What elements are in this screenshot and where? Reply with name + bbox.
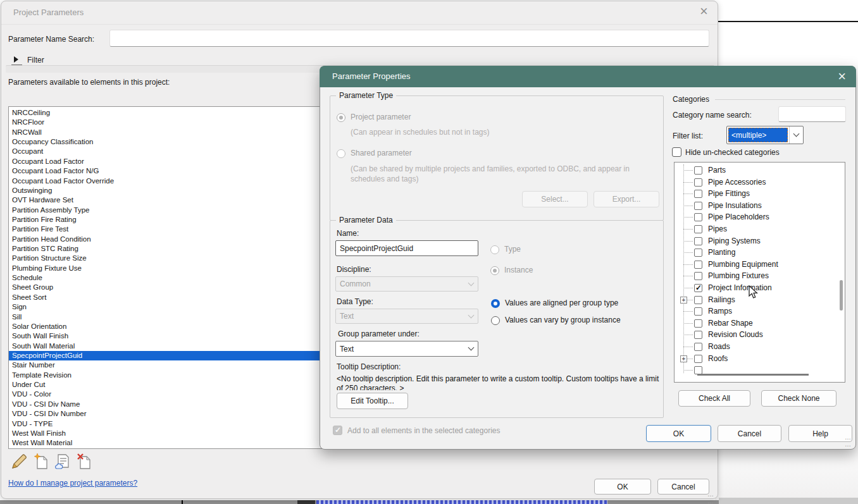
category-label: Roads: [708, 342, 730, 351]
category-checkbox[interactable]: [694, 355, 702, 363]
categories-label: Categories: [673, 95, 709, 104]
category-row[interactable]: Planting: [675, 247, 845, 259]
ok-button[interactable]: OK: [646, 425, 711, 442]
instance-radio[interactable]: [490, 266, 499, 275]
cancel-button[interactable]: Cancel: [657, 479, 709, 495]
category-tree[interactable]: PartsPipe AccessoriesPipe FittingsPipe I…: [674, 162, 845, 383]
category-row[interactable]: Roads: [675, 341, 845, 353]
edit-tooltip-button[interactable]: Edit Tooltip...: [337, 393, 408, 409]
resize-grip[interactable]: ……: [707, 491, 714, 504]
category-row[interactable]: Plumbing Fixtures: [675, 270, 845, 282]
filter-list-dropdown[interactable]: <multiple>: [726, 126, 804, 144]
category-row[interactable]: Revision Clouds: [675, 329, 845, 341]
category-label: Roofs: [708, 354, 728, 363]
project-parameter-radio[interactable]: [337, 113, 345, 122]
screen: Project Parameters × Parameter Name Sear…: [0, 0, 858, 504]
category-checkbox[interactable]: [694, 331, 702, 339]
category-checkbox[interactable]: [694, 343, 702, 351]
category-row[interactable]: Pipe Placeholders: [675, 211, 845, 223]
category-checkbox[interactable]: [694, 272, 702, 280]
tree-connector: [683, 229, 693, 230]
category-row[interactable]: Rebar Shape: [675, 317, 845, 329]
filter-label[interactable]: Filter: [27, 56, 44, 65]
category-row[interactable]: Pipe Accessories: [675, 176, 845, 188]
name-label: Name:: [337, 229, 359, 238]
category-row[interactable]: +Railings: [675, 294, 845, 306]
check-all-button[interactable]: Check All: [678, 390, 750, 407]
filter-expander-icon[interactable]: [14, 56, 18, 63]
category-label: Pipe Insulations: [708, 201, 762, 210]
category-checkbox[interactable]: [694, 202, 702, 210]
hide-unchecked-label: Hide un-checked categories: [685, 148, 780, 157]
data-type-dropdown[interactable]: Text: [335, 309, 478, 324]
expand-icon[interactable]: +: [680, 297, 687, 304]
export-button[interactable]: Export...: [594, 191, 659, 207]
category-search-input[interactable]: [778, 106, 846, 122]
category-row[interactable]: Piping Systems: [675, 235, 845, 247]
hide-unchecked-checkbox[interactable]: [672, 147, 681, 157]
category-label: Piping Systems: [708, 237, 761, 245]
category-checkbox[interactable]: [694, 284, 702, 292]
check-none-button[interactable]: Check None: [761, 390, 836, 407]
parameter-name-search-input[interactable]: [109, 30, 709, 47]
category-row[interactable]: Project Information: [675, 282, 845, 294]
tree-connector: [683, 370, 693, 371]
close-icon[interactable]: ×: [838, 70, 846, 83]
discipline-dropdown[interactable]: Common: [335, 276, 478, 292]
category-checkbox[interactable]: [694, 307, 702, 316]
category-checkbox[interactable]: [694, 296, 702, 304]
tree-connector: [683, 264, 693, 265]
delete-parameter-icon[interactable]: [76, 453, 92, 470]
category-label: Project Information: [708, 283, 772, 292]
category-checkbox[interactable]: [694, 237, 702, 245]
edit-parameter-pencil-icon[interactable]: [10, 453, 28, 470]
chevron-down-icon: [464, 341, 478, 356]
category-checkbox[interactable]: [694, 190, 702, 198]
category-row[interactable]: Parts: [675, 164, 845, 176]
category-row[interactable]: Plumbing Equipment: [675, 259, 845, 271]
category-label: Pipe Placeholders: [708, 212, 769, 221]
tree-connector: [683, 194, 693, 194]
tree-connector: [683, 170, 693, 171]
category-label: Ramps: [708, 307, 732, 316]
chevron-down-icon: [789, 126, 803, 144]
new-parameter-icon[interactable]: [33, 453, 49, 470]
mouse-cursor: [748, 285, 758, 299]
category-row[interactable]: +Roofs: [675, 353, 845, 365]
values-vary-radio[interactable]: [491, 316, 500, 325]
tree-connector: [683, 241, 693, 242]
shared-parameter-cloud-icon[interactable]: [54, 453, 72, 470]
name-input[interactable]: [335, 240, 478, 256]
resize-grip[interactable]: ……: [845, 434, 852, 448]
shared-parameter-radio[interactable]: [337, 149, 345, 158]
category-checkbox[interactable]: [694, 213, 702, 221]
group-under-dropdown[interactable]: Text: [335, 341, 478, 357]
filter-list-label: Filter list:: [673, 132, 703, 140]
category-row[interactable]: Pipe Fittings: [675, 188, 845, 200]
category-checkbox[interactable]: [694, 225, 702, 233]
parameter-properties-dialog: Parameter Properties × Parameter Type Pr…: [320, 66, 856, 450]
manage-parameters-help-link[interactable]: How do I manage project parameters?: [8, 479, 137, 488]
category-checkbox[interactable]: [694, 166, 702, 175]
expand-icon[interactable]: +: [680, 355, 687, 362]
ok-button[interactable]: OK: [594, 479, 651, 495]
select-button[interactable]: Select...: [522, 191, 588, 207]
chevron-down-icon: [464, 309, 478, 323]
type-radio[interactable]: [490, 245, 499, 254]
category-label: Planting: [708, 248, 735, 257]
values-aligned-radio[interactable]: [491, 299, 500, 308]
background-bottom-strip: [0, 500, 719, 504]
close-icon[interactable]: ×: [700, 5, 708, 18]
category-checkbox[interactable]: [694, 249, 702, 257]
category-checkbox[interactable]: [694, 319, 702, 328]
tree-horizontal-scrollbar[interactable]: [697, 374, 809, 376]
category-row[interactable]: Pipe Insulations: [675, 200, 845, 212]
group-label: Parameter Data: [336, 216, 396, 224]
category-row[interactable]: Pipes: [675, 223, 845, 235]
add-to-all-elements-checkbox[interactable]: [333, 426, 342, 435]
cancel-button[interactable]: Cancel: [718, 425, 781, 442]
help-button[interactable]: Help: [788, 425, 852, 442]
category-checkbox[interactable]: [694, 178, 702, 187]
category-checkbox[interactable]: [694, 261, 702, 269]
category-row[interactable]: Ramps: [675, 305, 845, 317]
